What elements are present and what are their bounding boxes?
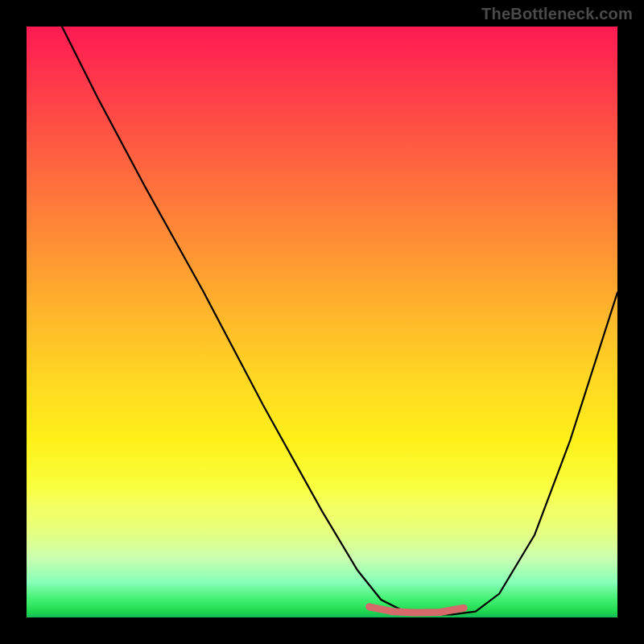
valley-marker-path: [369, 607, 464, 613]
bottleneck-curve-path: [62, 27, 617, 614]
chart-frame: TheBottleneck.com: [0, 0, 644, 644]
watermark-text: TheBottleneck.com: [481, 5, 633, 23]
curve-svg: [27, 27, 617, 617]
plot-area: [27, 27, 617, 617]
